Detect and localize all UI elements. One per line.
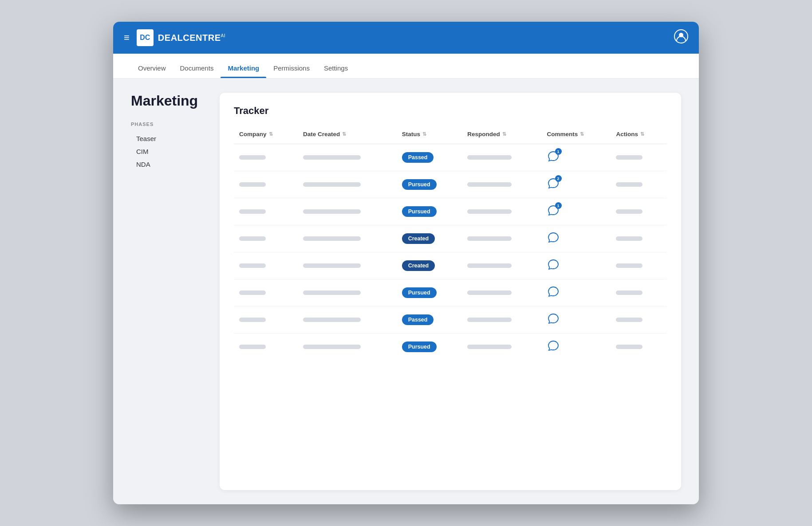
cell-comments	[542, 334, 611, 361]
logo-text: DEALCENTREAI	[158, 33, 225, 43]
cell-date-created	[298, 144, 397, 171]
table-row: Pursued	[234, 334, 667, 361]
cell-status: Pursued	[397, 334, 462, 361]
col-comments: Comments ⇅	[542, 127, 611, 144]
status-badge[interactable]: Pursued	[402, 206, 437, 217]
cell-responded	[462, 334, 541, 361]
sidebar: Marketing PHASES Teaser CIM NDA	[131, 93, 220, 490]
comment-button[interactable]: 2	[547, 177, 560, 190]
cell-actions	[611, 225, 667, 252]
sort-icon-actions: ⇅	[640, 131, 644, 137]
col-date-created: Date Created ⇅	[298, 127, 397, 144]
comment-count-badge: 1	[555, 148, 562, 155]
comment-button[interactable]	[547, 232, 560, 244]
cell-comments	[542, 279, 611, 306]
tab-overview[interactable]: Overview	[131, 64, 173, 78]
table-row: Pursued 2	[234, 171, 667, 198]
table-row: Created	[234, 252, 667, 279]
cell-responded	[462, 252, 541, 279]
cell-actions	[611, 334, 667, 361]
comment-count-badge: 2	[555, 175, 562, 182]
hamburger-icon[interactable]: ≡	[124, 32, 130, 43]
cell-company	[234, 198, 298, 225]
phases-label: PHASES	[131, 122, 220, 127]
cell-responded	[462, 171, 541, 198]
cell-company	[234, 334, 298, 361]
cell-actions	[611, 279, 667, 306]
sort-icon-comments: ⇅	[580, 131, 584, 137]
page-title: Marketing	[131, 93, 220, 109]
tracker-table: Company ⇅ Date Created ⇅	[234, 127, 667, 360]
main-content: Marketing PHASES Teaser CIM NDA Tracker …	[113, 79, 699, 504]
cell-company	[234, 252, 298, 279]
tab-settings[interactable]: Settings	[317, 64, 355, 78]
tab-marketing[interactable]: Marketing	[221, 64, 266, 78]
cell-comments	[542, 225, 611, 252]
sort-icon-status: ⇅	[422, 131, 426, 137]
table-row: Pursued	[234, 279, 667, 306]
sidebar-item-cim[interactable]: CIM	[131, 145, 220, 158]
cell-date-created	[298, 198, 397, 225]
cell-date-created	[298, 171, 397, 198]
cell-date-created	[298, 252, 397, 279]
top-nav: ≡ DC DEALCENTREAI	[113, 22, 699, 54]
cell-responded	[462, 306, 541, 334]
comment-button[interactable]	[547, 259, 560, 271]
comment-button[interactable]: 1	[547, 150, 560, 163]
comment-button[interactable]	[547, 313, 560, 325]
table-row: Pursued 1	[234, 198, 667, 225]
cell-actions	[611, 252, 667, 279]
cell-date-created	[298, 334, 397, 361]
comment-button[interactable]	[547, 286, 560, 298]
logo-square: DC	[137, 29, 154, 46]
cell-actions	[611, 306, 667, 334]
status-badge[interactable]: Pursued	[402, 342, 437, 352]
top-nav-left: ≡ DC DEALCENTREAI	[124, 29, 225, 46]
sidebar-item-teaser[interactable]: Teaser	[131, 132, 220, 145]
status-badge[interactable]: Passed	[402, 314, 434, 325]
sort-icon-responded: ⇅	[502, 131, 506, 137]
cell-comments: 1	[542, 144, 611, 171]
cell-responded	[462, 198, 541, 225]
cell-status: Pursued	[397, 279, 462, 306]
cell-company	[234, 144, 298, 171]
sidebar-item-nda[interactable]: NDA	[131, 158, 220, 171]
cell-responded	[462, 144, 541, 171]
cell-status: Passed	[397, 144, 462, 171]
col-actions: Actions ⇅	[611, 127, 667, 144]
cell-company	[234, 171, 298, 198]
user-icon[interactable]	[674, 29, 688, 47]
tab-documents[interactable]: Documents	[173, 64, 221, 78]
comment-button[interactable]	[547, 340, 560, 352]
tracker-card: Tracker Company ⇅ Date Created	[220, 93, 681, 490]
cell-status: Created	[397, 225, 462, 252]
cell-status: Pursued	[397, 171, 462, 198]
col-company: Company ⇅	[234, 127, 298, 144]
cell-date-created	[298, 306, 397, 334]
cell-status: Pursued	[397, 198, 462, 225]
comment-button[interactable]: 1	[547, 204, 560, 217]
tracker-title: Tracker	[234, 105, 667, 117]
cell-company	[234, 279, 298, 306]
status-badge[interactable]: Pursued	[402, 287, 437, 298]
status-badge[interactable]: Created	[402, 233, 435, 244]
table-row: Passed	[234, 306, 667, 334]
status-badge[interactable]: Passed	[402, 152, 434, 163]
status-badge[interactable]: Pursued	[402, 179, 437, 190]
cell-date-created	[298, 225, 397, 252]
cell-actions	[611, 171, 667, 198]
comment-count-badge: 1	[555, 202, 562, 209]
table-row: Created	[234, 225, 667, 252]
tab-permissions[interactable]: Permissions	[266, 64, 317, 78]
cell-date-created	[298, 279, 397, 306]
cell-comments: 1	[542, 198, 611, 225]
cell-comments	[542, 306, 611, 334]
cell-responded	[462, 225, 541, 252]
cell-company	[234, 225, 298, 252]
cell-company	[234, 306, 298, 334]
status-badge[interactable]: Created	[402, 260, 435, 271]
sort-icon-company: ⇅	[269, 131, 273, 137]
cell-comments: 2	[542, 171, 611, 198]
cell-actions	[611, 144, 667, 171]
cell-actions	[611, 198, 667, 225]
